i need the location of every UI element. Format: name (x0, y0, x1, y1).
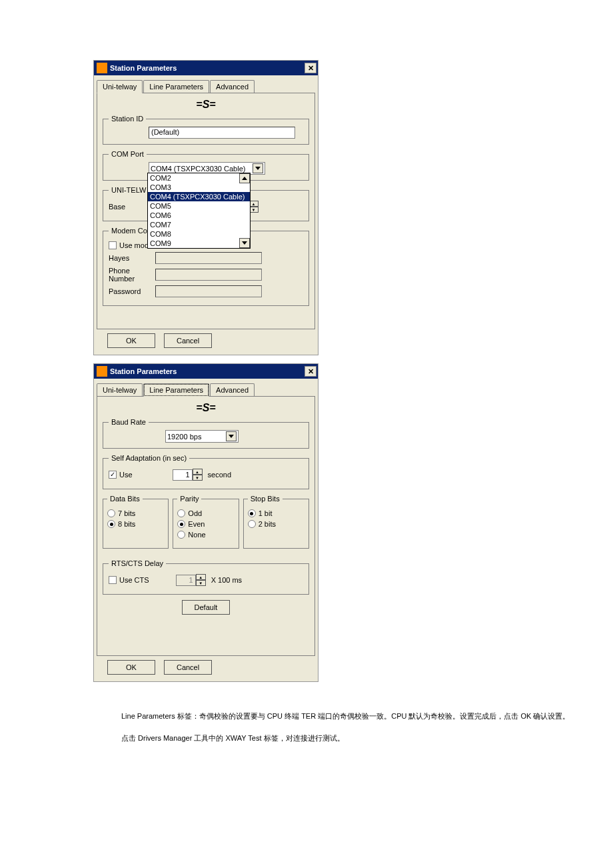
tab-panel: =S= Baud Rate 19200 bps Self Adaptation … (97, 396, 315, 656)
rts-cts-legend: RTS/CTS Delay (109, 559, 166, 567)
tab-advanced[interactable]: Advanced (210, 383, 255, 397)
hayes-label: Hayes (109, 254, 155, 262)
modem-legend: Modem Co (109, 227, 150, 235)
chevron-down-icon[interactable] (226, 431, 237, 441)
schneider-logo-icon: =S= (196, 402, 215, 414)
com-port-option-selected[interactable]: COM4 (TSXPCX3030 Cable) (148, 192, 250, 201)
self-adaptation-group: Self Adaptation (in sec) Use 1 ▲ ▼ secon… (103, 454, 309, 489)
parity-group: Parity Odd Even None (173, 495, 239, 549)
com-port-option[interactable]: COM6 (148, 211, 250, 220)
spinner-down-icon[interactable]: ▼ (196, 580, 206, 586)
station-parameters-dialog-2: Station Parameters ✕ Uni-telway Line Par… (93, 363, 318, 682)
window-title: Station Parameters (110, 367, 177, 375)
paragraph-2: 点击 Drivers Manager 工具中的 XWAY Test 标签，对连接… (107, 731, 613, 745)
data-bits-group: Data Bits 7 bits 8 bits (103, 495, 169, 549)
stop-bits-2-radio[interactable] (248, 520, 256, 528)
com-port-option[interactable]: COM2 (148, 173, 250, 183)
tab-uni-telway[interactable]: Uni-telway (97, 80, 143, 93)
com-port-option[interactable]: COM9 (148, 239, 250, 248)
scroll-up-icon[interactable] (239, 173, 250, 183)
use-self-adapt-label: Use (119, 471, 133, 479)
self-adapt-input[interactable]: 1 (173, 469, 193, 481)
com-port-dropdown[interactable]: COM2 COM3 COM4 (TSXPCX3030 Cable) COM5 C… (147, 173, 251, 249)
cts-delay-input: 1 (176, 575, 196, 586)
com-port-option[interactable]: COM5 (148, 201, 250, 211)
close-icon[interactable]: ✕ (305, 366, 316, 377)
cts-delay-unit: X 100 ms (211, 576, 242, 584)
com-port-legend: COM Port (109, 150, 147, 158)
tab-advanced[interactable]: Advanced (210, 80, 255, 93)
baud-rate-select[interactable]: 19200 bps (165, 430, 239, 443)
use-modem-checkbox[interactable] (109, 241, 117, 249)
station-id-legend: Station ID (109, 115, 146, 123)
baud-rate-value: 19200 bps (167, 433, 226, 441)
tab-uni-telway[interactable]: Uni-telway (97, 383, 143, 397)
parity-odd-radio[interactable] (177, 509, 185, 517)
parity-even-radio[interactable] (177, 520, 185, 528)
cancel-button[interactable]: Cancel (164, 660, 212, 675)
spinner-up-icon[interactable]: ▲ (193, 469, 203, 475)
titlebar: Station Parameters ✕ (94, 61, 318, 75)
close-icon[interactable]: ✕ (305, 63, 316, 73)
window-title: Station Parameters (110, 64, 177, 72)
com-port-option[interactable]: COM7 (148, 220, 250, 229)
self-adapt-unit: second (208, 471, 231, 479)
default-button[interactable]: Default (182, 600, 230, 615)
stop-bits-legend: Stop Bits (248, 495, 283, 503)
use-self-adapt-checkbox[interactable] (109, 471, 117, 479)
scroll-down-icon[interactable] (239, 238, 250, 248)
data-bits-7-radio[interactable] (107, 509, 115, 517)
ok-button[interactable]: OK (107, 333, 155, 348)
cancel-button[interactable]: Cancel (164, 333, 212, 348)
document-text: Line Parameters 标签：奇偶校验的设置要与 CPU 终端 TER … (107, 709, 613, 745)
data-bits-8-radio[interactable] (107, 520, 115, 528)
spinner-up-icon[interactable]: ▲ (196, 574, 206, 580)
paragraph-1: Line Parameters 标签：奇偶校验的设置要与 CPU 终端 TER … (107, 709, 613, 723)
station-id-group: Station ID (Default) (103, 115, 309, 145)
stop-bits-group: Stop Bits 1 bit 2 bits (243, 495, 309, 549)
hayes-input (155, 252, 262, 264)
phone-label: Phone Number (109, 267, 155, 283)
tab-panel: =S= Station ID (Default) COM Port COM4 (… (97, 93, 315, 329)
com-port-option[interactable]: COM3 (148, 183, 250, 192)
chevron-down-icon[interactable] (253, 163, 263, 173)
stop-bits-1-radio[interactable] (248, 509, 256, 517)
password-label: Password (109, 287, 155, 295)
station-parameters-dialog-1: Station Parameters ✕ Uni-telway Line Par… (93, 60, 318, 355)
app-icon (97, 63, 107, 73)
com-port-selected: COM4 (TSXPCX3030 Cable) (151, 165, 253, 173)
use-cts-checkbox[interactable] (109, 576, 117, 584)
schneider-logo-icon: =S= (196, 99, 215, 111)
spinner-down-icon[interactable]: ▼ (193, 475, 203, 481)
baud-rate-group: Baud Rate 19200 bps (103, 418, 309, 449)
data-bits-legend: Data Bits (107, 495, 143, 503)
parity-legend: Parity (177, 495, 201, 503)
use-cts-label: Use CTS (119, 576, 149, 584)
rts-cts-group: RTS/CTS Delay Use CTS 1 ▲ ▼ X 100 ms (103, 559, 309, 595)
parity-none-radio[interactable] (177, 531, 185, 539)
station-id-input[interactable]: (Default) (149, 127, 295, 139)
uni-telway-legend: UNI-TELW (109, 186, 149, 194)
ok-button[interactable]: OK (107, 660, 155, 675)
phone-input (155, 269, 262, 281)
com-port-option[interactable]: COM8 (148, 229, 250, 239)
baud-rate-legend: Baud Rate (109, 418, 149, 426)
app-icon (97, 366, 107, 377)
password-input (155, 285, 262, 297)
self-adaptation-legend: Self Adaptation (in sec) (109, 454, 189, 462)
tab-line-parameters[interactable]: Line Parameters (143, 80, 209, 93)
tab-line-parameters[interactable]: Line Parameters (143, 383, 209, 397)
titlebar: Station Parameters ✕ (94, 364, 318, 379)
